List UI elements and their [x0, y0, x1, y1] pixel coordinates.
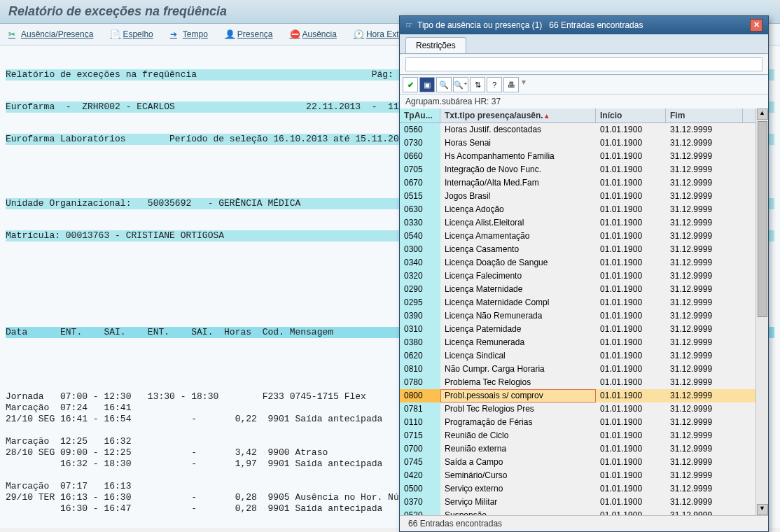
table-row[interactable]: 0745Saída a Campo01.01.190031.12.9999	[400, 456, 755, 469]
popup-titlebar[interactable]: ☞ Tipo de ausência ou presença (1) 66 En…	[400, 16, 768, 34]
col-header-end[interactable]: Fim	[666, 108, 743, 122]
table-row[interactable]: 0781Probl Tec Relogios Pres01.01.190031.…	[400, 402, 755, 416]
popup-title-text: Tipo de ausência ou presença (1) 66 Entr…	[417, 20, 750, 30]
table-row[interactable]: 0780Problema Tec Relogios01.01.190031.12…	[400, 376, 755, 389]
table-row[interactable]: 0420Seminário/Curso01.01.190031.12.9999	[400, 469, 755, 482]
table-row[interactable]: 0515Jogos Brasil01.01.190031.12.9999	[400, 190, 755, 203]
cell-text: Integração de Novo Func.	[440, 163, 596, 176]
ok-button[interactable]: ✔	[403, 77, 418, 92]
tab-restricoes[interactable]: Restrições	[405, 37, 466, 53]
cell-start: 01.01.1900	[596, 456, 666, 469]
cell-text: Seminário/Curso	[440, 469, 596, 482]
cell-end: 31.12.9999	[666, 230, 743, 243]
collapse-button[interactable]: ▣	[419, 77, 435, 92]
toolbar-item-1[interactable]: 📄Espelho	[110, 29, 153, 39]
cell-start: 01.01.1900	[596, 309, 666, 323]
table-row[interactable]: 0380Licença Remunerada01.01.190031.12.99…	[400, 336, 755, 349]
cell-code: 0110	[400, 416, 440, 429]
table-row[interactable]: 0705Integração de Novo Func.01.01.190031…	[400, 163, 755, 176]
table-row[interactable]: 0330Licença Alist.Eleitoral01.01.190031.…	[400, 216, 755, 230]
table-row[interactable]: 0620Licença Sindical01.01.190031.12.9999	[400, 349, 755, 363]
cell-start: 01.01.1900	[596, 469, 666, 482]
grid-header: TpAu... Txt.tipo presença/ausên.▲ Início…	[400, 108, 755, 123]
cell-text: Licença Maternidade	[440, 283, 596, 296]
scroll-thumb[interactable]	[758, 121, 767, 317]
table-row[interactable]: 0700Reunião externa01.01.190031.12.9999	[400, 442, 755, 456]
table-row[interactable]: 0540Licença Amamentação01.01.190031.12.9…	[400, 230, 755, 243]
col-header-start[interactable]: Início	[596, 108, 666, 122]
table-row[interactable]: 0715Reunião de Ciclo01.01.190031.12.9999	[400, 429, 755, 442]
table-row[interactable]: 0320Licença Falecimento01.01.190031.12.9…	[400, 270, 755, 283]
close-button[interactable]: ✕	[750, 19, 762, 31]
table-row[interactable]: 0500Serviço externo01.01.190031.12.9999	[400, 482, 755, 496]
toolbar-expand-icon: ▾	[522, 77, 526, 92]
toolbar-item-4[interactable]: ⛔Ausência	[290, 29, 337, 39]
cell-end: 31.12.9999	[666, 336, 743, 349]
cell-text: Programação de Férias	[440, 416, 596, 429]
toolbar-item-2[interactable]: ➔Tempo	[170, 29, 208, 39]
cell-text: Licença Paternidade	[440, 323, 596, 336]
cell-code: 0390	[400, 309, 440, 323]
cell-code: 0340	[400, 256, 440, 270]
help-button[interactable]: ?	[487, 77, 502, 92]
cell-text: Licença Amamentação	[440, 230, 596, 243]
find-button[interactable]: 🔍	[436, 77, 452, 92]
cell-code: 0560	[400, 123, 440, 136]
cell-code: 0420	[400, 469, 440, 482]
cell-start: 01.01.1900	[596, 256, 666, 270]
table-row[interactable]: 0630Licença Adoção01.01.190031.12.9999	[400, 203, 755, 216]
cell-start: 01.01.1900	[596, 482, 666, 496]
cell-start: 01.01.1900	[596, 389, 666, 402]
col-header-code[interactable]: TpAu...	[400, 108, 440, 122]
col-header-text[interactable]: Txt.tipo presença/ausên.▲	[440, 108, 596, 122]
table-row[interactable]: 0730Horas Senai01.01.190031.12.9999	[400, 136, 755, 150]
toolbar-icon: 👤	[225, 29, 235, 39]
toolbar-icon: ➔	[170, 29, 180, 39]
cell-end: 31.12.9999	[666, 309, 743, 323]
find-next-button[interactable]: 🔍⁺	[453, 77, 468, 92]
print-button[interactable]: 🖶	[503, 77, 519, 92]
scroll-down-icon[interactable]: ▼	[757, 504, 768, 515]
cell-start: 01.01.1900	[596, 150, 666, 163]
cell-end: 31.12.9999	[666, 496, 743, 509]
table-row[interactable]: 0560Horas Justif. descontadas01.01.19003…	[400, 123, 755, 136]
sort-button[interactable]: ⇅	[470, 77, 485, 92]
cell-end: 31.12.9999	[666, 243, 743, 256]
table-row[interactable]: 0370Serviço Militar01.01.190031.12.9999	[400, 496, 755, 509]
table-row[interactable]: 0290Licença Maternidade01.01.190031.12.9…	[400, 283, 755, 296]
cell-start: 01.01.1900	[596, 230, 666, 243]
cell-start: 01.01.1900	[596, 323, 666, 336]
cell-end: 31.12.9999	[666, 416, 743, 429]
table-row[interactable]: 0810Não Cumpr. Carga Horaria01.01.190031…	[400, 363, 755, 376]
table-row[interactable]: 0660Hs Acompanhamento Familia01.01.19003…	[400, 150, 755, 163]
table-row[interactable]: 0340Licença Doação de Sangue01.01.190031…	[400, 256, 755, 270]
cell-start: 01.01.1900	[596, 416, 666, 429]
search-input[interactable]	[405, 57, 762, 71]
table-row[interactable]: 0110Programação de Férias01.01.190031.12…	[400, 416, 755, 429]
table-row[interactable]: 0300Licença Casamento01.01.190031.12.999…	[400, 243, 755, 256]
table-row[interactable]: 0310Licença Paternidade01.01.190031.12.9…	[400, 323, 755, 336]
popup-searchbar	[400, 55, 768, 74]
cell-start: 01.01.1900	[596, 349, 666, 363]
popup-grid: TpAu... Txt.tipo presença/ausên.▲ Início…	[400, 108, 768, 515]
table-row[interactable]: 0800Probl.pessoais s/ comprov01.01.19003…	[400, 389, 755, 402]
sort-asc-icon: ▲	[543, 112, 550, 120]
vertical-scrollbar[interactable]: ▲ ▼	[755, 108, 768, 515]
cell-code: 0715	[400, 429, 440, 442]
cell-code: 0730	[400, 136, 440, 150]
cell-start: 01.01.1900	[596, 243, 666, 256]
toolbar-item-0[interactable]: ✂Ausência/Presença	[8, 29, 93, 39]
cell-code: 0800	[400, 389, 440, 402]
scroll-up-icon[interactable]: ▲	[757, 108, 768, 120]
table-row[interactable]: 0670Internação/Alta Med.Fam01.01.190031.…	[400, 176, 755, 190]
cell-start: 01.01.1900	[596, 429, 666, 442]
table-row[interactable]: 0520Suspensão01.01.190031.12.9999	[400, 509, 755, 515]
table-row[interactable]: 0390Licença Não Remunerada01.01.190031.1…	[400, 309, 755, 323]
cell-code: 0705	[400, 163, 440, 176]
table-row[interactable]: 0295Licença Maternidade Compl01.01.19003…	[400, 296, 755, 309]
toolbar-item-3[interactable]: 👤Presença	[225, 29, 273, 39]
popup-iconbar: ✔ ▣ 🔍 🔍⁺ ⇅ ? 🖶 ▾	[400, 76, 768, 94]
cell-end: 31.12.9999	[666, 442, 743, 456]
cell-text: Reunião de Ciclo	[440, 429, 596, 442]
toolbar-item-5[interactable]: 🕐Hora Extra	[354, 29, 406, 39]
